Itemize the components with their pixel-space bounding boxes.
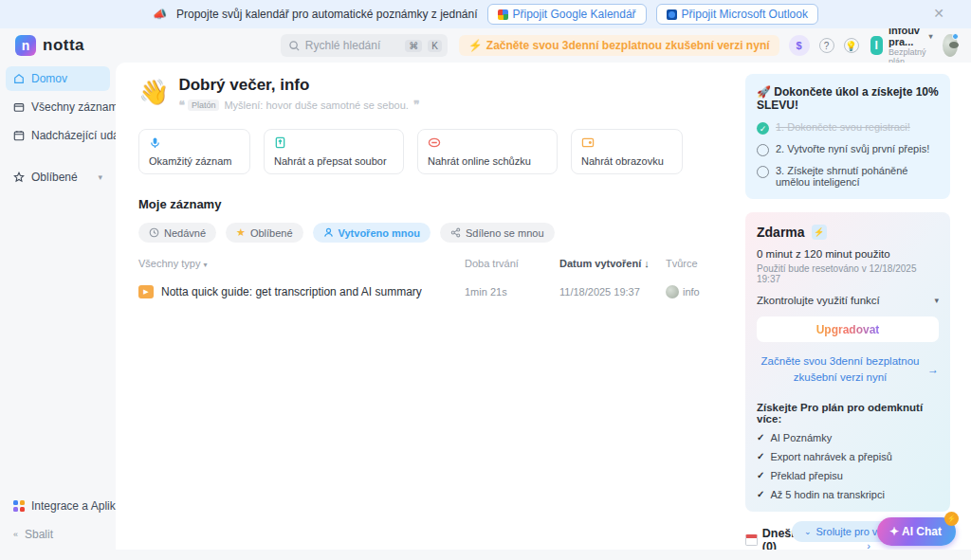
- star-icon: [13, 172, 25, 183]
- notta-dashboard: 📣 Propojte svůj kalendář pro automatické…: [0, 0, 971, 560]
- pro-feature: ✓AI Poznámky: [757, 432, 939, 443]
- ai-chat-button[interactable]: ✦ AI Chat ⚡: [877, 517, 956, 546]
- search-input[interactable]: Rychlé hledání ⌘ K: [281, 34, 448, 57]
- filter-label: Sdíleno se mnou: [466, 227, 544, 239]
- record-duration: 1min 21s: [465, 286, 559, 298]
- sort-desc-icon: ↓: [644, 258, 650, 269]
- action-label: Nahrát a přepsat soubor: [274, 155, 394, 167]
- person-icon: [323, 227, 334, 238]
- filter-created-by-me[interactable]: Vytvořeno mnou: [313, 223, 431, 243]
- quote-text: Myšlení: hovor duše samotné se sebou.: [224, 99, 408, 111]
- sidebar-item-favorites[interactable]: Oblíbené ▾: [6, 165, 110, 190]
- quote-author: Platón: [188, 99, 220, 111]
- pro-feature: ✓Až 5 hodin na transkripci: [757, 489, 939, 500]
- feature-usage-toggle[interactable]: Zkontrolujte využití funkcí ▾: [757, 295, 939, 306]
- sidebar-item-upcoming-events[interactable]: Nadcházející události: [6, 123, 110, 148]
- sidebar-item-home[interactable]: Domov: [6, 66, 110, 91]
- wave-icon: 👋: [138, 80, 169, 104]
- sidebar-item-all-records[interactable]: Všechny záznamy: [6, 95, 110, 119]
- lightning-icon: ⚡: [468, 39, 483, 52]
- close-quote-icon: ❞: [413, 99, 417, 112]
- credits-icon[interactable]: $: [789, 35, 810, 56]
- sidebar-item-label: Oblíbené: [31, 171, 78, 184]
- instant-record-button[interactable]: Okamžitý záznam: [138, 129, 250, 174]
- workspace-switcher[interactable]: I infoův pra...▾ Bezplatný plán: [870, 25, 933, 66]
- records-section-title: Moje záznamy: [138, 197, 721, 211]
- home-icon: [13, 73, 25, 84]
- upload-transcribe-button[interactable]: Nahrát a přepsat soubor: [264, 129, 404, 174]
- task-label: 1. Dokončete svou registraci!: [776, 121, 910, 133]
- sidebar-collapse-button[interactable]: « Sbalit: [6, 522, 110, 547]
- help-icon[interactable]: ?: [819, 38, 834, 53]
- chevron-down-icon: ▾: [929, 32, 933, 41]
- filter-label: Nedávné: [164, 227, 206, 239]
- share-icon: [450, 227, 461, 238]
- k-key: K: [428, 40, 442, 52]
- user-avatar[interactable]: [943, 34, 958, 57]
- check-icon: ✓: [757, 470, 764, 480]
- chevron-down-icon: ▾: [934, 296, 939, 305]
- upgrade-button[interactable]: Upgradovat: [757, 316, 939, 342]
- task-item-first-transcript[interactable]: 2. Vytvořte nyní svůj první přepis!: [757, 143, 939, 156]
- task-item-registration[interactable]: ✓ 1. Dokončete svou registraci!: [757, 121, 939, 135]
- empty-circle-icon: [757, 166, 769, 178]
- sidebar-item-label: Domov: [31, 72, 67, 85]
- pro-feature: ✓Překlad přepisu: [757, 470, 939, 481]
- cmd-key: ⌘: [405, 40, 422, 52]
- quick-actions: Okamžitý záznam Nahrát a přepsat soubor …: [138, 129, 721, 174]
- filter-favorites[interactable]: ★ Oblíbené: [226, 223, 303, 243]
- recording-file-icon: ▶: [138, 285, 154, 298]
- check-icon: ✓: [757, 489, 764, 499]
- double-chevron-down-icon: ⌄: [804, 527, 811, 536]
- check-icon: ✓: [757, 451, 764, 461]
- action-label: Nahrát obrazovku: [581, 155, 672, 167]
- notification-dot: [952, 33, 959, 40]
- sidebar-collapse-label: Sbalit: [25, 528, 53, 541]
- close-icon[interactable]: ✕: [933, 7, 944, 20]
- chevron-down-icon: ▾: [203, 261, 207, 269]
- search-placeholder: Rychlé hledání: [305, 39, 399, 52]
- greeting-title: Dobrý večer, info: [178, 76, 417, 95]
- filter-recent[interactable]: Nedávné: [138, 223, 216, 243]
- sidebar-item-integrations[interactable]: Integrace a Aplikace: [6, 494, 110, 518]
- check-icon: ✓: [757, 432, 764, 443]
- ai-chat-label: ✦ AI Chat: [889, 525, 942, 538]
- empty-circle-icon: [757, 144, 769, 156]
- record-screen-button[interactable]: Nahrát obrazovku: [571, 129, 683, 174]
- trial-banner-button[interactable]: ⚡ Začněte svou 3denní bezplatnou zkušebn…: [459, 35, 779, 56]
- filter-shared-with-me[interactable]: Sdíleno se mnou: [440, 223, 555, 243]
- calendar-icon: [745, 534, 758, 546]
- notta-logo-text: notta: [43, 36, 84, 55]
- microphone-icon: [149, 136, 161, 149]
- trial-link[interactable]: Začněte svou 3denní bezplatnou zkušební …: [757, 353, 939, 387]
- connect-outlook-button[interactable]: Připojit Microsoft Outlook: [656, 4, 818, 25]
- record-online-meeting-button[interactable]: Nahrát online schůzku: [417, 129, 558, 174]
- table-row[interactable]: ▶ Notta quick guide: get transcription a…: [138, 278, 721, 306]
- search-icon: [289, 41, 300, 51]
- task-item-ai-summary[interactable]: 3. Získejte shrnutí poháněné umělou inte…: [757, 165, 939, 188]
- lightbulb-icon[interactable]: 💡: [844, 38, 859, 53]
- trial-link-label: Začněte svou 3denní bezplatnou zkušební …: [757, 353, 924, 387]
- right-panel: 🚀 Dokončete úkol a získejte 10% SLEVU! ✓…: [745, 72, 950, 550]
- task-label: 3. Získejte shrnutí poháněné umělou inte…: [776, 165, 939, 188]
- daily-quote: ❝ Platón Myšlení: hovor duše samotné se …: [178, 99, 417, 112]
- main-content: 👋 Dobrý večer, info ❝ Platón Myšlení: ho…: [116, 63, 971, 550]
- video-meeting-icon: [428, 136, 441, 149]
- filter-label: Vytvořeno mnou: [339, 227, 420, 239]
- open-quote-icon: ❝: [178, 99, 182, 112]
- app-header: n notta Rychlé hledání ⌘ K ⚡ Začněte svo…: [0, 28, 971, 63]
- action-label: Okamžitý záznam: [149, 155, 240, 167]
- plan-name: Zdarma: [757, 225, 805, 240]
- plan-card: Zdarma ⚡ 0 minut z 120 minut použito Pou…: [745, 212, 950, 512]
- sidebar: Domov Všechny záznamy Nadcházející událo…: [0, 63, 116, 560]
- apps-grid-icon: [13, 500, 25, 512]
- column-created-sort[interactable]: Datum vytvoření ↓: [559, 258, 666, 269]
- upgrade-label: Upgradovat: [816, 323, 880, 336]
- notta-logo[interactable]: n notta: [15, 35, 129, 56]
- connect-google-calendar-button[interactable]: Připojit Google Kalendář: [487, 4, 647, 25]
- type-filter-dropdown[interactable]: Všechny typy ▾: [138, 258, 465, 269]
- greeting: 👋 Dobrý večer, info ❝ Platón Myšlení: ho…: [138, 76, 721, 112]
- pro-features-title: Získejte Pro plán pro odemknutí více:: [757, 402, 939, 425]
- calendar-banner: 📣 Propojte svůj kalendář pro automatické…: [0, 0, 971, 28]
- record-filters: Nedávné ★ Oblíbené Vytvořeno mnou Sdílen…: [138, 223, 721, 243]
